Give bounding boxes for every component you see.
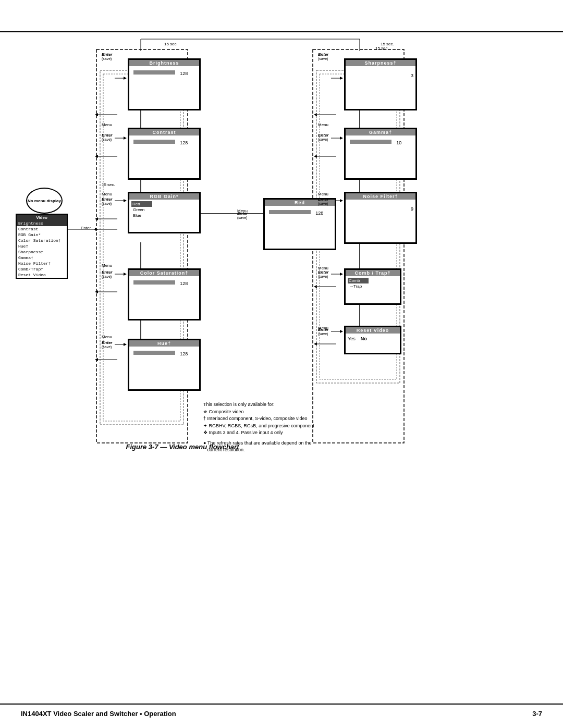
- color-saturation-bar: [133, 280, 175, 285]
- hue-title: Hue†: [129, 340, 199, 347]
- svg-marker-29: [314, 342, 317, 346]
- svg-marker-23: [314, 155, 317, 158]
- enter-hue-block: Enter (save): [102, 340, 112, 349]
- enter-comb-block: Enter (save): [318, 270, 328, 278]
- note-inputs: ❖ Inputs 3 and 4. Passive input 4 only: [203, 429, 401, 437]
- reset-no[interactable]: No: [361, 336, 367, 341]
- rgb-gain-title: RGB Gain*: [129, 193, 199, 200]
- svg-marker-37: [124, 273, 127, 276]
- video-menu-title: Video: [17, 215, 67, 220]
- contrast-screen: Contrast 128: [128, 128, 201, 180]
- hue-screen: Hue† 128: [128, 339, 201, 391]
- footer: IN1404XT Video Scaler and Switcher • Ope…: [0, 704, 563, 718]
- menu-item-contrast[interactable]: Contrast: [17, 226, 67, 232]
- svg-marker-47: [340, 273, 343, 276]
- noise-filter-value: 9: [411, 206, 413, 212]
- menu-label-before-contrast: Menu: [102, 122, 112, 127]
- svg-marker-21: [314, 113, 317, 116]
- enter-rgb-block: Enter (save): [102, 197, 112, 205]
- color-saturation-screen: Color Saturation† 128: [128, 268, 201, 320]
- svg-marker-39: [124, 343, 127, 346]
- menu-item-rgb-gain[interactable]: RGB Gain*: [17, 232, 67, 238]
- reset-video-title: Reset Video: [346, 327, 400, 334]
- flowchart-arrows: [0, 36, 563, 681]
- svg-marker-41: [340, 77, 343, 80]
- menu-item-comb-trap[interactable]: Comb/Trap†: [17, 266, 67, 272]
- gamma-value: 10: [396, 140, 401, 145]
- enter-color-sat-block: Enter (save): [102, 270, 112, 278]
- svg-marker-13: [95, 155, 98, 158]
- svg-marker-17: [95, 290, 98, 293]
- enter-brightness-block: Enter (save): [102, 52, 112, 60]
- svg-marker-43: [340, 137, 343, 140]
- gamma-screen: Gamma† 10: [344, 128, 417, 180]
- brightness-screen: Brightness 128: [128, 58, 201, 110]
- top-divider: [0, 31, 563, 32]
- note-rgbhv: ✦ RGBHV, RGBS, RGsB, and progresive comp…: [203, 423, 401, 430]
- color-saturation-title: Color Saturation†: [129, 270, 199, 276]
- sharpness-screen: Sharpness† 3: [344, 58, 417, 110]
- enter-sharpness-block: Enter (save): [318, 52, 328, 60]
- red-bar: [269, 210, 311, 214]
- sec-15-top-left: 15 sec.: [164, 42, 178, 46]
- menu-item-sharpness[interactable]: Sharpness†: [17, 249, 67, 255]
- svg-marker-56: [95, 228, 98, 231]
- footer-page: 3-7: [532, 710, 542, 718]
- svg-marker-33: [124, 137, 127, 140]
- video-menu[interactable]: Video Brightness Contrast RGB Gain* Colo…: [16, 214, 68, 279]
- menu-item-gamma[interactable]: Gamma†: [17, 255, 67, 261]
- menu-label-before-hue: Menu: [102, 335, 112, 339]
- comb-trap-screen: Comb / Trap† Comb →Trap: [344, 268, 401, 305]
- gamma-title: Gamma†: [346, 129, 415, 135]
- noise-filter-screen: Noise Filter† 9: [344, 192, 417, 244]
- footer-title: IN1404XT Video Scaler and Switcher • Ope…: [21, 710, 176, 718]
- enter-noise-block: Enter (save): [318, 197, 328, 205]
- note-interlaced: † Interlaced component, S-video, composi…: [203, 415, 401, 423]
- enter-red-block: Enter (save): [237, 211, 248, 219]
- contrast-title: Contrast: [129, 129, 199, 135]
- menu-label-before-gamma: Menu: [318, 122, 328, 127]
- sharpness-title: Sharpness†: [346, 60, 415, 66]
- brightness-title: Brightness: [129, 60, 199, 66]
- gamma-bar: [350, 140, 391, 144]
- noise-filter-title: Noise Filter†: [346, 193, 415, 200]
- figure-caption: Figure 3-7 — Video menu flowchart: [104, 443, 261, 451]
- enter-reset-block: Enter (save): [318, 327, 328, 336]
- svg-marker-35: [124, 199, 127, 202]
- sec-15-left-side: 15 sec.: [102, 182, 115, 187]
- hue-bar: [133, 351, 175, 355]
- red-value: 128: [315, 211, 323, 216]
- menu-label-before-color-sat: Menu: [102, 263, 112, 268]
- brightness-value: 128: [180, 71, 188, 76]
- contrast-bar: [133, 140, 175, 144]
- menu-label-before-noise: Menu: [318, 192, 328, 196]
- contrast-value: 128: [180, 140, 188, 145]
- menu-item-hue[interactable]: Hue†: [17, 243, 67, 249]
- no-menu-display: No menu display: [26, 188, 63, 214]
- brightness-bar: [133, 70, 175, 75]
- reset-yes[interactable]: Yes: [348, 336, 356, 341]
- svg-marker-49: [340, 330, 343, 333]
- color-saturation-value: 128: [180, 281, 188, 286]
- main-content: No menu display Video Brightness Contras…: [0, 36, 563, 681]
- note-composite: ※ Composite video: [203, 409, 401, 416]
- comb-trap-title: Comb / Trap†: [346, 270, 400, 276]
- menu-item-noise-filter[interactable]: Noise Filter†: [17, 261, 67, 266]
- enter-gamma-block: Enter (save): [318, 133, 328, 141]
- svg-marker-19: [95, 358, 98, 361]
- hue-value: 128: [180, 351, 188, 356]
- svg-marker-31: [124, 77, 127, 80]
- sharpness-value: 3: [411, 73, 413, 78]
- svg-marker-27: [314, 285, 317, 288]
- enter-from-menu: Enter: [81, 226, 91, 230]
- menu-item-reset-video[interactable]: Reset Video: [17, 272, 67, 278]
- enter-contrast-block: Enter (save): [102, 133, 112, 141]
- svg-marker-15: [95, 217, 98, 220]
- notes-intro: This selection is only available for:: [203, 401, 401, 409]
- menu-item-brightness[interactable]: Brightness: [17, 220, 67, 226]
- rgb-gain-screen: RGB Gain* Red Green Blue: [128, 192, 201, 233]
- svg-marker-11: [95, 113, 98, 116]
- red-value-screen: Red 128: [263, 198, 336, 250]
- menu-item-color-saturation[interactable]: Color Saturation†: [17, 238, 67, 243]
- reset-video-screen: Reset Video Yes No: [344, 326, 401, 354]
